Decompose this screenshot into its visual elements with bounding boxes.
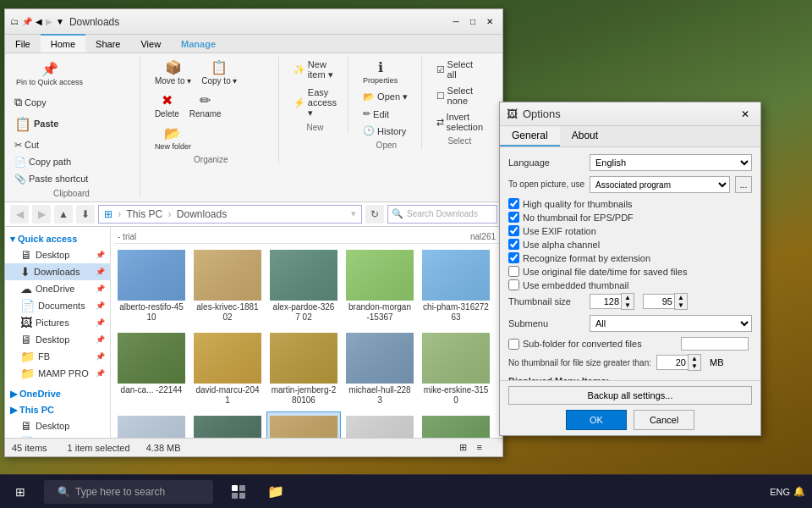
no-thumb-up-arrow[interactable]: ▲ — [689, 355, 700, 362]
tab-view[interactable]: View — [130, 35, 171, 52]
ok-button[interactable]: OK — [566, 410, 627, 430]
file-item[interactable]: alberto-restifo-45 10 — [114, 246, 189, 327]
tab-file[interactable]: File — [5, 35, 41, 52]
dialog-close-button[interactable]: ✕ — [737, 106, 754, 123]
checkbox-cb3[interactable] — [508, 225, 519, 236]
refresh-button[interactable]: ↻ — [365, 205, 384, 224]
sidebar-item-desktop-pc[interactable]: 🖥 Desktop — [5, 417, 110, 434]
language-label: Language — [508, 157, 584, 168]
close-button[interactable]: ✕ — [482, 14, 497, 30]
file-item[interactable]: mike-erskine-315 0 — [419, 329, 493, 410]
file-item[interactable]: tim-mccartney-3 9904 — [266, 411, 341, 438]
address-path[interactable]: ⊞ › This PC › Downloads ▾ — [98, 205, 362, 224]
up-button[interactable]: ▲ — [54, 205, 73, 224]
copy-to-button[interactable]: 📋 Copy to ▾ — [197, 57, 241, 88]
move-to-button[interactable]: 📦 Move to ▾ — [151, 57, 195, 88]
dialog-tab-general[interactable]: General — [500, 126, 560, 146]
file-item[interactable]: martin-jernberg-2 80106 — [266, 329, 341, 410]
no-thumb-down-arrow[interactable]: ▼ — [689, 362, 700, 370]
start-button[interactable]: ⊞ — [0, 475, 41, 509]
no-thumbnail-input[interactable] — [656, 355, 689, 370]
tab-home[interactable]: Home — [41, 34, 85, 52]
history-button[interactable]: 🕒 History — [359, 123, 412, 139]
large-icons-view-icon[interactable]: ⊞ — [459, 442, 467, 453]
file-item[interactable]: ales-krivec-1881 02 — [190, 246, 265, 327]
cancel-button[interactable]: Cancel — [634, 410, 694, 430]
pin-to-quick-access-button[interactable]: 📌 Pin to Quick access — [10, 57, 89, 91]
edit-button[interactable]: ✏ Edit — [359, 106, 412, 122]
width-down-arrow[interactable]: ▼ — [622, 301, 634, 309]
ribbon-group-new: ✨ New item ▾ ⚡ Easy access ▾ New — [289, 57, 348, 132]
paste-button[interactable]: 📋 Paste — [10, 113, 63, 135]
file-item[interactable]: alex-pardoe-3267 02 — [266, 246, 341, 327]
subfolder-checkbox[interactable] — [508, 339, 519, 350]
subfolder-input[interactable] — [681, 337, 749, 351]
select-none-button[interactable]: ☐ Select none — [432, 83, 487, 108]
tab-manage[interactable]: Manage — [171, 35, 226, 52]
checkbox-cb2[interactable] — [508, 212, 519, 223]
checkbox-cb6[interactable] — [508, 266, 519, 277]
recent-locations-button[interactable]: ⬇ — [76, 205, 95, 224]
select-all-button[interactable]: ☑ Select all — [432, 57, 487, 82]
checkbox-cb4[interactable] — [508, 239, 519, 250]
thispc-section[interactable]: ▶ This PC — [5, 401, 110, 417]
file-item[interactable]: dan-ca... -22144 — [114, 329, 189, 410]
open-with-select[interactable]: Associated program — [590, 176, 730, 193]
paste-shortcut-button[interactable]: 📎 Paste shortcut — [10, 171, 92, 187]
forward-button[interactable]: ▶ — [32, 205, 51, 224]
file-item[interactable]: chi-pham-316272 63 — [419, 246, 493, 327]
sidebar-item-fb[interactable]: 📁 FB 📌 — [5, 348, 110, 365]
submenu-select[interactable]: All — [590, 315, 752, 332]
invert-selection-button[interactable]: ⇄ Invert selection — [432, 109, 487, 135]
rename-button[interactable]: ✏ Rename — [185, 90, 226, 121]
easy-access-button[interactable]: ⚡ Easy access ▾ — [289, 85, 341, 121]
checkbox-cb1[interactable] — [508, 198, 519, 209]
sidebar-item-mamp[interactable]: 📁 MAMP PRO 📌 — [5, 365, 110, 382]
thumbnail-height-input[interactable] — [643, 294, 675, 309]
search-box[interactable]: 🔍 Search Downloads — [387, 205, 497, 224]
copy-button[interactable]: ⧉ Copy — [10, 93, 63, 112]
file-item[interactable]: stefan-... -22144 — [190, 411, 265, 438]
tab-share[interactable]: Share — [85, 35, 130, 52]
new-item-button[interactable]: ✨ New item ▾ — [289, 57, 341, 83]
browse-button[interactable]: ... — [735, 176, 752, 193]
task-view-button[interactable] — [223, 477, 254, 507]
thumbnail-size-label: Thumbnail size — [508, 296, 584, 306]
quick-access-section[interactable]: ▾ Quick access — [5, 230, 110, 246]
properties-button[interactable]: ℹ Properties — [359, 57, 402, 87]
sidebar-item-pictures[interactable]: 🖼 Pictures 📌 — [5, 314, 110, 331]
sidebar-item-downloads[interactable]: ⬇ Downloads 📌 — [5, 263, 110, 280]
height-down-arrow[interactable]: ▼ — [675, 301, 687, 309]
list-view-icon[interactable]: ≡ — [477, 442, 482, 453]
file-item[interactable]: wil-stewart-18241 — [419, 411, 493, 438]
backup-button[interactable]: Backup all settings... — [508, 386, 752, 405]
open-button[interactable]: 📂 Open ▾ — [359, 89, 412, 105]
file-item[interactable]: paul-earle-18343 246 — [114, 411, 189, 438]
file-item[interactable]: david-marcu-204 1 — [190, 329, 265, 410]
checkbox-cb5[interactable] — [508, 252, 519, 263]
sidebar-item-desktop-1[interactable]: 🖥 Desktop 📌 — [5, 246, 110, 263]
file-item[interactable]: brandon-morgan -15367 — [343, 246, 417, 327]
dialog-tab-about[interactable]: About — [560, 126, 610, 146]
file-item[interactable]: michael-hull-228 3 — [343, 329, 417, 410]
notification-icon[interactable]: 🔔 — [793, 486, 805, 497]
onedrive-section[interactable]: ▶ OneDrive — [5, 385, 110, 401]
height-up-arrow[interactable]: ▲ — [675, 294, 687, 301]
sidebar-item-desktop-2[interactable]: 🖥 Desktop 📌 — [5, 331, 110, 348]
sidebar-item-documents[interactable]: 📄 Documents 📌 — [5, 297, 110, 314]
maximize-button[interactable]: □ — [465, 14, 480, 30]
cut-button[interactable]: ✂ Cut — [10, 137, 92, 153]
file-item[interactable]: todd-diemer-284 465 — [343, 411, 417, 438]
language-select[interactable]: English — [590, 154, 752, 171]
width-up-arrow[interactable]: ▲ — [622, 294, 634, 301]
thumbnail-width-input[interactable] — [590, 294, 622, 309]
taskbar-search-box[interactable]: 🔍 Type here to search — [44, 480, 213, 504]
minimize-button[interactable]: ─ — [448, 14, 464, 30]
delete-button[interactable]: ✖ Delete — [151, 90, 184, 121]
checkbox-cb7[interactable] — [508, 279, 519, 290]
copy-path-button[interactable]: 📄 Copy path — [10, 154, 92, 170]
file-explorer-taskbar-button[interactable]: 📁 — [261, 477, 291, 507]
sidebar-item-onedrive-quick[interactable]: ☁ OneDrive 📌 — [5, 280, 110, 297]
back-button[interactable]: ◀ — [10, 205, 29, 224]
new-folder-button[interactable]: 📂 New folder — [151, 123, 195, 153]
